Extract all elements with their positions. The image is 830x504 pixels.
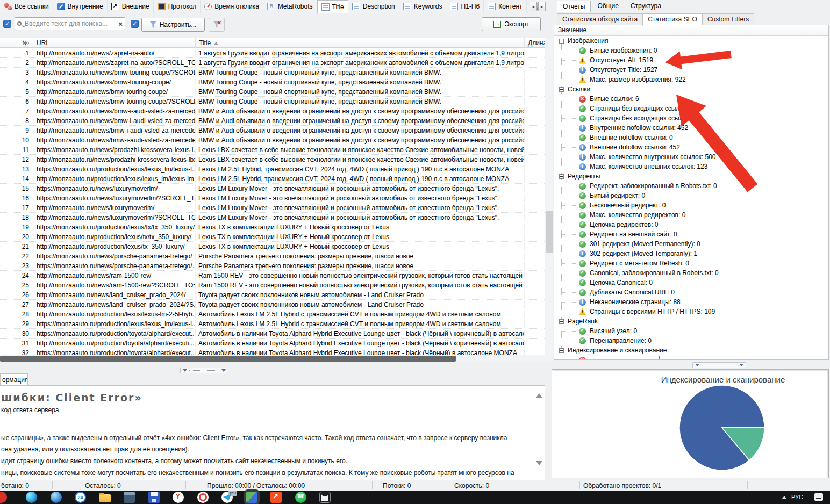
tree-item[interactable]: Отсутствует Alt: 1519 (554, 55, 828, 65)
tab-information[interactable]: ормация (0, 373, 28, 386)
value-column-header[interactable]: Значение (554, 25, 828, 36)
table-row[interactable]: 7https://monzaauto.ru/news/bmw-i-audi-vs… (0, 106, 545, 116)
table-row[interactable]: 19https://monzaauto.ru/production/lexus/… (0, 222, 545, 232)
table-row[interactable]: 17http://monzaauto.ru/news/luxurymoverlm… (0, 203, 545, 213)
tree-item[interactable]: Страницы без входящих ссылок: 0 (554, 104, 828, 113)
tab-metarobots[interactable]: MetaRobots (263, 0, 317, 13)
table-row[interactable]: 22https://monzaauto.ru/news/porsche-pana… (0, 251, 545, 261)
table-row[interactable]: 18http://monzaauto.ru/news/luxurymoverlm… (0, 213, 545, 222)
table-row[interactable]: 11https://monzaauto.ru/news/prodazhi-kro… (0, 145, 545, 155)
table-row[interactable]: 32https://monzaauto.ru/production/toyota… (0, 348, 545, 355)
tree-item[interactable]: Битый редирект: 0 (554, 191, 828, 200)
table-row[interactable]: 21http://monzaauto.ru/production/lexus/t… (0, 242, 545, 251)
tab-keywords[interactable]: Keywords (399, 0, 447, 13)
tree-section[interactable]: Редиректы (554, 171, 828, 181)
tree-item[interactable]: Неканонические страницы: 88 (554, 297, 828, 307)
collapse-icon[interactable] (559, 319, 564, 324)
tree-item[interactable]: Висячий узел: 0 (554, 326, 828, 336)
tree-item[interactable]: Отсутствует Title: 1527 (554, 65, 828, 75)
export-button[interactable]: Экспорт (482, 17, 541, 31)
tree-item[interactable]: Бесконечный редирект: 0 (554, 200, 828, 210)
tree-item[interactable]: Страницы без исходящих ссылок: 0 (554, 113, 828, 123)
collapse-icon[interactable] (559, 348, 564, 353)
right-splitter-grip[interactable] (692, 362, 746, 368)
tab-статистика-seo[interactable]: Статистика SEO (642, 13, 702, 26)
tray-expand-icon[interactable] (782, 496, 786, 499)
table-row[interactable]: 23https://monzaauto.ru/news/porsche-pana… (0, 261, 545, 271)
cat-app-icon[interactable] (319, 492, 331, 503)
tab-структура[interactable]: Структура (625, 1, 667, 12)
tab-description[interactable]: Description (348, 0, 399, 13)
language-indicator[interactable]: РУС (791, 494, 803, 500)
tab-протокол[interactable]: Протокол (154, 0, 201, 13)
tab-контент[interactable]: Контент (484, 0, 526, 13)
tree-item[interactable]: Внешние nofollow ссылки: 0 (554, 133, 828, 142)
tab-title[interactable]: Title (317, 0, 348, 13)
tab-custom-filters[interactable]: Custom Filters (702, 13, 754, 25)
tree-item[interactable]: Цепочка Canonical: 0 (554, 278, 828, 287)
telegram-icon[interactable]: 159 (221, 492, 233, 503)
tree-item[interactable]: 302 редирект (Moved Temporarily): 1 (554, 249, 828, 258)
table-row[interactable]: 5http://monzaauto.ru/news/bmw-touring-co… (0, 87, 545, 97)
scroll-down-icon[interactable] (536, 461, 542, 465)
edge-browser-icon[interactable] (26, 492, 37, 503)
table-row[interactable]: 30https://monzaauto.ru/production/toyota… (0, 329, 545, 339)
tree-item[interactable]: Цепочка редиректов: 0 (554, 220, 828, 229)
tree-item[interactable]: Canonical, заблокированный в Robots.txt:… (554, 268, 828, 278)
configure-filter-button[interactable]: Настроить... (141, 18, 205, 32)
tree-item[interactable]: 301 редирект (Moved Permanently): 0 (554, 239, 828, 249)
table-row[interactable]: 27http://monzaauto.ru/news/land_cruiser_… (0, 300, 545, 309)
collapse-icon[interactable] (559, 39, 564, 44)
table-row[interactable]: 1http://monzaauto.ru/news/zapret-na-auto… (0, 48, 545, 58)
left-splitter-grip[interactable] (180, 368, 228, 373)
table-row[interactable]: 9http://monzaauto.ru/news/bmw-i-audi-vsl… (0, 126, 545, 135)
table-row[interactable]: 14http://monzaauto.ru/production/lexus/l… (0, 174, 545, 184)
tab-scroll-left-icon[interactable]: ◄ (530, 2, 537, 11)
partial-app-icon[interactable] (0, 492, 7, 503)
vertical-scroll-thumb[interactable] (546, 211, 553, 253)
table-row[interactable]: 31http://monzaauto.ru/production/toyota/… (0, 339, 545, 348)
tree-item[interactable]: Макс. количество внутренних ссылок: 500 (554, 152, 828, 162)
tab-общие[interactable]: Общие (592, 1, 624, 12)
clear-search-icon[interactable]: × (118, 20, 123, 28)
table-row[interactable]: 12http://monzaauto.ru/news/prodazhi-kros… (0, 155, 545, 164)
filter-enabled-checkbox[interactable]: ✓ (131, 20, 139, 28)
col-header-title[interactable]: Title (196, 38, 525, 48)
tab-внутренние[interactable]: Внутренние (53, 0, 108, 13)
table-row[interactable]: 28http://monzaauto.ru/production/lexus/l… (0, 309, 545, 319)
tree-item[interactable]: Битые изображения: 0 (554, 46, 828, 55)
tab-h1-h6[interactable]: H1-H6 (446, 0, 484, 13)
col-header-length[interactable]: Длина (525, 38, 545, 48)
tab-внешние[interactable]: Внешние (108, 0, 154, 13)
save-icon[interactable] (148, 492, 160, 503)
col-header-url[interactable]: URL (33, 38, 196, 48)
whatsapp-icon[interactable] (295, 492, 306, 503)
tray-icon[interactable] (814, 493, 823, 501)
trading-app-icon[interactable] (270, 492, 282, 503)
table-horizontal-scrollbar[interactable] (0, 355, 545, 362)
table-row[interactable]: 25http://monzaauto.ru/news/ram-1500-rev/… (0, 280, 545, 290)
collapse-icon[interactable] (559, 87, 564, 92)
tab-статистика-обхода-сайта[interactable]: Статистика обхода сайта (557, 13, 642, 25)
tree-item[interactable]: Битые ссылки: 6 (554, 94, 828, 104)
scroll-up-icon[interactable] (536, 393, 542, 398)
tree-item[interactable]: Макс. количество редиректов: 0 (554, 210, 828, 220)
tab-отчеты[interactable]: Отчеты (557, 1, 591, 12)
tree-section[interactable]: PageRank (554, 316, 828, 326)
tab-все-ссылки[interactable]: Все ссылки (0, 0, 53, 13)
tree-item[interactable]: Дубликаты Canonical URL: 0 (554, 287, 828, 297)
tree-item[interactable] (554, 355, 828, 359)
table-vertical-scrollbar[interactable] (545, 38, 553, 362)
yandex-browser-icon[interactable] (173, 492, 184, 503)
table-row[interactable]: 6http://monzaauto.ru/news/bmw-touring-co… (0, 97, 545, 106)
table-row[interactable]: 13https://monzaauto.ru/production/lexus/… (0, 164, 545, 174)
table-row[interactable]: 20http://monzaauto.ru/production/lexus/t… (0, 232, 545, 242)
horizontal-scroll-thumb[interactable] (0, 356, 456, 362)
thunderbird-icon[interactable] (51, 492, 62, 503)
calculator-icon[interactable] (124, 492, 135, 503)
tree-item[interactable]: Редирект с мета-тегом Refresh: 0 (554, 258, 828, 268)
tree-item[interactable]: Редирект на внешний сайт: 0 (554, 229, 828, 239)
collapse-icon[interactable] (559, 174, 564, 179)
tree-item[interactable]: Перенаправление: 0 (554, 336, 828, 345)
table-row[interactable]: 15https://monzaauto.ru/news/luxurymoverl… (0, 184, 545, 193)
